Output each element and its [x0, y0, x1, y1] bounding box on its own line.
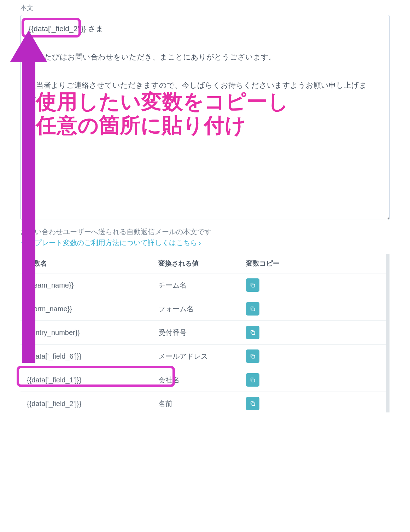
variable-copy-cell: [240, 368, 386, 392]
table-row: {{data['_field_6']}}メールアドレス: [20, 345, 386, 368]
variables-table-scroll[interactable]: 変数名 変換される値 変数コピー {{team_name}}チーム名{{form…: [20, 254, 390, 412]
variable-value-cell: チーム名: [152, 273, 240, 297]
copy-icon: [250, 377, 256, 383]
copy-icon: [250, 400, 256, 407]
variable-value-cell: 会社名: [152, 368, 240, 392]
variable-copy-cell: [240, 392, 386, 413]
table-row: {{data['_field_2']}}名前: [20, 392, 386, 413]
variable-value-cell: メールアドレス: [152, 345, 240, 368]
copy-button[interactable]: [246, 326, 259, 339]
copy-icon: [250, 329, 256, 336]
hint-text: お問い合わせユーザーへ送られる自動返信メールの本文です: [20, 227, 390, 237]
variable-name-cell: {{team_name}}: [20, 273, 152, 297]
col-var-value: 変換される値: [152, 254, 240, 273]
table-row: {{team_name}}チーム名: [20, 273, 386, 297]
copy-button[interactable]: [246, 302, 259, 316]
svg-rect-0: [252, 284, 255, 287]
copy-button[interactable]: [246, 397, 259, 410]
chevron-right-icon: ›: [199, 239, 201, 247]
svg-rect-5: [252, 403, 255, 405]
table-row: {{data['_field_1']}}会社名: [20, 368, 386, 392]
svg-rect-1: [252, 308, 255, 311]
svg-rect-4: [252, 379, 255, 382]
variable-copy-cell: [240, 321, 386, 345]
table-row: {{entry_number}}受付番号: [20, 321, 386, 345]
link-text: テンプレート変数のご利用方法について詳しくはこちら: [20, 239, 197, 247]
copy-button[interactable]: [246, 373, 259, 387]
table-row: {{form_name}}フォーム名: [20, 297, 386, 321]
variable-copy-cell: [240, 345, 386, 368]
variable-copy-cell: [240, 297, 386, 321]
copy-button[interactable]: [246, 349, 259, 363]
variable-name-cell: {{form_name}}: [20, 297, 152, 321]
variables-table: 変数名 変換される値 変数コピー {{team_name}}チーム名{{form…: [20, 254, 386, 412]
variable-copy-cell: [240, 273, 386, 297]
template-var-help-link[interactable]: テンプレート変数のご利用方法について詳しくはこちら›: [20, 238, 201, 248]
svg-rect-3: [252, 355, 255, 358]
copy-icon: [250, 353, 256, 359]
copy-icon: [250, 306, 256, 312]
copy-icon: [250, 282, 256, 288]
body-label: 本文: [20, 4, 390, 12]
copy-button[interactable]: [246, 278, 259, 292]
variable-name-cell: {{entry_number}}: [20, 321, 152, 345]
svg-rect-2: [252, 331, 255, 334]
col-var-copy: 変数コピー: [240, 254, 386, 273]
body-textarea[interactable]: [20, 15, 390, 220]
variable-value-cell: 名前: [152, 392, 240, 413]
variable-name-cell: {{data['_field_1']}}: [20, 368, 152, 392]
col-var-name: 変数名: [20, 254, 152, 273]
variable-name-cell: {{data['_field_6']}}: [20, 345, 152, 368]
variable-value-cell: フォーム名: [152, 297, 240, 321]
variable-value-cell: 受付番号: [152, 321, 240, 345]
variable-name-cell: {{data['_field_2']}}: [20, 392, 152, 413]
